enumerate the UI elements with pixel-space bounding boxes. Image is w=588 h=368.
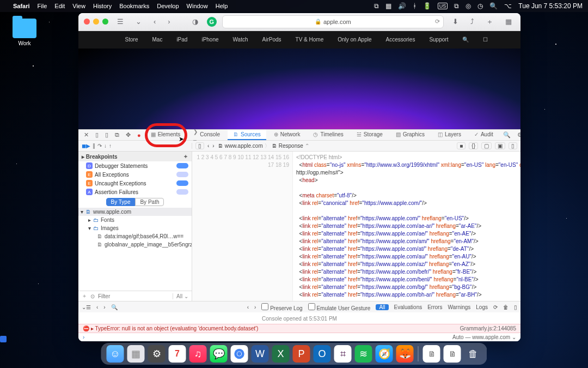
dock-music[interactable]: ♫ bbox=[189, 345, 207, 363]
dock-outlook[interactable]: O bbox=[314, 345, 331, 363]
downloads-icon[interactable]: ⬇ bbox=[449, 16, 462, 27]
spotlight-icon[interactable]: 🔍 bbox=[489, 2, 498, 10]
dock-chrome[interactable] bbox=[231, 345, 248, 363]
bc-prev-icon[interactable]: ‹ bbox=[207, 143, 209, 149]
dock-settings[interactable]: ⚙ bbox=[148, 345, 166, 363]
add-breakpoint-icon[interactable]: ＋ bbox=[183, 153, 188, 160]
nav-airpods[interactable]: AirPods bbox=[262, 37, 281, 43]
filter-all[interactable]: All bbox=[376, 304, 388, 310]
nav-mac[interactable]: Mac bbox=[152, 37, 162, 43]
toggle[interactable] bbox=[176, 163, 188, 168]
volume-icon[interactable]: 🔊 bbox=[398, 2, 406, 10]
nav-store[interactable]: Store bbox=[125, 37, 138, 43]
share-icon[interactable]: ⤴ bbox=[467, 16, 477, 27]
resume-button[interactable]: ◼▶ bbox=[82, 143, 90, 149]
step-over-button[interactable]: ↷ bbox=[97, 143, 102, 149]
console-layout-icon[interactable]: ▯ bbox=[514, 304, 517, 310]
new-tab-icon[interactable]: ＋ bbox=[483, 16, 497, 28]
nav-watch[interactable]: Watch bbox=[233, 37, 248, 43]
console-toggle-icon[interactable]: ⌄☰ bbox=[82, 304, 91, 310]
tree-file[interactable]: 🗎 globalnav_apple_image__b5er5ngrzxqq… bbox=[78, 240, 192, 249]
dock-left-icon[interactable]: ▯ bbox=[93, 131, 101, 138]
dock-excel[interactable]: X bbox=[272, 345, 290, 363]
tabs-icon[interactable]: ▦ bbox=[502, 16, 515, 27]
clock-icon[interactable]: ◷ bbox=[477, 2, 483, 10]
shortcuts-icon[interactable]: ▦ bbox=[385, 2, 391, 10]
dock-trash[interactable]: 🗑 bbox=[464, 345, 482, 363]
pause-button[interactable]: ‖ bbox=[93, 143, 95, 149]
battery-icon[interactable]: 🔋 bbox=[423, 2, 431, 10]
menu-file[interactable]: File bbox=[38, 3, 47, 9]
nav-bag-icon[interactable]: ☐ bbox=[483, 37, 488, 43]
window-controls[interactable] bbox=[84, 19, 108, 25]
menu-history[interactable]: History bbox=[93, 3, 112, 9]
toggle[interactable] bbox=[176, 189, 188, 195]
menu-develop[interactable]: Develop bbox=[157, 3, 179, 9]
dock-right-icon[interactable]: ▯ bbox=[103, 131, 111, 138]
control-center-icon[interactable]: ⌥ bbox=[504, 2, 512, 10]
close-inspector-icon[interactable]: ✕ bbox=[82, 131, 91, 138]
menu-help[interactable]: Help bbox=[216, 3, 228, 9]
tab-layers[interactable]: ◫Layers bbox=[432, 130, 467, 140]
sidebar-toggle[interactable]: ▯ bbox=[195, 142, 204, 149]
auto-context[interactable]: Auto — www.apple.com bbox=[452, 334, 510, 340]
nav-accessories[interactable]: Accessories bbox=[385, 37, 415, 43]
tree-file[interactable]: 🗎 data:image/gif;base64,R0l…w== bbox=[78, 232, 192, 240]
fullscreen-button[interactable] bbox=[102, 19, 108, 25]
tab-audit[interactable]: ✓Audit bbox=[469, 130, 499, 140]
bluetooth-icon[interactable]: ᚼ bbox=[413, 2, 416, 10]
fullscreen-nav-next[interactable]: › bbox=[254, 304, 256, 310]
filter-scope[interactable]: All ⌄ bbox=[173, 293, 188, 299]
menu-edit[interactable]: Edit bbox=[54, 3, 65, 9]
column-layout-icon[interactable]: ▯ bbox=[509, 142, 517, 149]
breakpoint-debugger-statements[interactable]: DDebugger Statements bbox=[78, 161, 192, 170]
source-code[interactable]: <!DOCTYPE html> <html class="no-js" xmln… bbox=[293, 152, 520, 301]
input-source-icon[interactable]: US bbox=[438, 3, 448, 9]
user-icon[interactable]: ◎ bbox=[465, 2, 471, 10]
console-prompt-icon[interactable]: › bbox=[83, 334, 84, 340]
menu-view[interactable]: View bbox=[72, 3, 85, 9]
address-bar[interactable]: 🔒 apple.com ⟳ bbox=[222, 15, 444, 28]
tab-graphics[interactable]: ▧Graphics bbox=[390, 130, 430, 140]
step-out-button[interactable]: ↑ bbox=[109, 143, 112, 149]
console-prev-icon[interactable]: ‹ bbox=[96, 304, 98, 310]
tree-folder-images[interactable]: ▾ 🗀 Images bbox=[78, 224, 192, 232]
nav-only[interactable]: Only on Apple bbox=[338, 37, 371, 43]
local-override-icon[interactable]: ▣ bbox=[495, 142, 505, 149]
breakpoint-all-exceptions[interactable]: EAll Exceptions bbox=[78, 170, 192, 179]
segment-by-type[interactable]: By Type bbox=[106, 198, 136, 206]
bc-next-icon[interactable]: › bbox=[212, 143, 214, 149]
console-search-input[interactable] bbox=[123, 304, 188, 310]
step-into-button[interactable]: ↓ bbox=[104, 143, 107, 149]
preserve-log-checkbox[interactable]: Preserve Log bbox=[261, 303, 302, 311]
add-resource-icon[interactable]: ＋ bbox=[82, 292, 87, 300]
dock-launchpad[interactable]: ▦ bbox=[127, 345, 145, 363]
toggle[interactable] bbox=[176, 180, 188, 186]
dock-file-1[interactable]: 🗎 bbox=[423, 345, 440, 363]
type-profile-icon[interactable]: {} bbox=[469, 142, 478, 149]
dock-finder[interactable]: ☺ bbox=[107, 345, 124, 363]
nav-tvhome[interactable]: TV & Home bbox=[296, 37, 324, 43]
filter-evaluations[interactable]: Evaluations bbox=[394, 304, 422, 310]
nav-iphone[interactable]: iPhone bbox=[201, 37, 218, 43]
back-button[interactable]: ‹ bbox=[150, 16, 159, 27]
dock-firefox[interactable]: 🦊 bbox=[396, 345, 414, 363]
menu-bookmarks[interactable]: Bookmarks bbox=[119, 3, 149, 9]
desktop-folder-work[interactable]: Work bbox=[10, 19, 39, 46]
menu-window[interactable]: Window bbox=[187, 3, 208, 9]
dock-slack[interactable]: ⌗ bbox=[334, 345, 352, 363]
grammarly-icon[interactable]: G bbox=[207, 17, 217, 27]
breakpoint-uncaught-exceptions[interactable]: EUncaught Exceptions bbox=[78, 179, 192, 188]
console-error-row[interactable]: ⛔ ▸ TypeError: null is not an object (ev… bbox=[78, 324, 520, 333]
filter-logs[interactable]: Logs bbox=[476, 304, 488, 310]
tab-network[interactable]: ⊕Network bbox=[268, 130, 306, 140]
fullscreen-nav-prev[interactable]: ‹ bbox=[247, 304, 249, 310]
menubar-clock[interactable]: Tue Jun 7 5:53:20 PM bbox=[518, 2, 583, 10]
popout-icon[interactable]: ⧉ bbox=[113, 131, 121, 138]
dock-messages[interactable]: 💬 bbox=[210, 345, 228, 363]
breadcrumb-host[interactable]: www.apple.com bbox=[225, 143, 263, 149]
tree-root[interactable]: ▾ 🗎 www.apple.com bbox=[78, 208, 192, 216]
breakpoint-assertion-failures[interactable]: AAssertion Failures bbox=[78, 188, 192, 196]
record-icon[interactable]: ● bbox=[135, 132, 143, 138]
tree-folder-fonts[interactable]: ▸ 🗀 Fonts bbox=[78, 216, 192, 224]
